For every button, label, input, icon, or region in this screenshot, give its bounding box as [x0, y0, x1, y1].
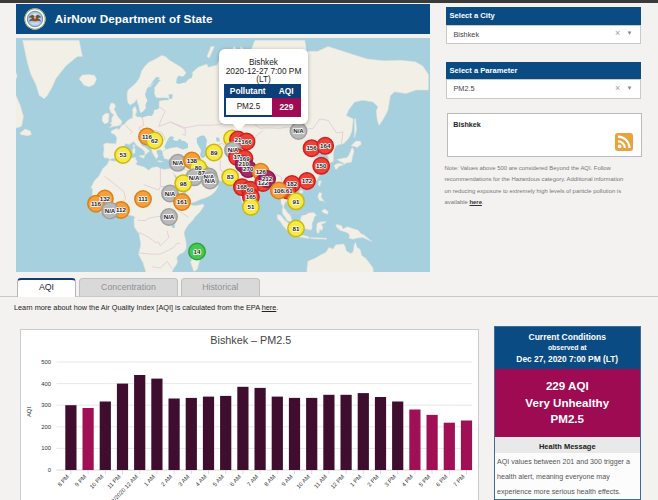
svg-text:270: 270 [243, 165, 254, 172]
svg-text:N/A: N/A [189, 174, 200, 181]
svg-text:111: 111 [138, 195, 148, 202]
svg-text:3 AM: 3 AM [177, 473, 191, 487]
svg-text:N/A: N/A [164, 213, 175, 220]
svg-text:4 AM: 4 AM [194, 473, 208, 487]
svg-text:116: 116 [91, 200, 102, 207]
svg-text:8 PM: 8 PM [56, 473, 70, 487]
svg-text:9 AM: 9 AM [280, 473, 294, 487]
svg-text:N/A: N/A [105, 207, 116, 214]
svg-text:N/A: N/A [293, 127, 304, 134]
svg-text:400: 400 [41, 380, 52, 386]
svg-text:2 PM: 2 PM [366, 473, 380, 487]
svg-text:164: 164 [320, 142, 331, 149]
svg-text:14: 14 [194, 248, 201, 255]
svg-text:166: 166 [241, 138, 252, 145]
svg-text:200: 200 [41, 423, 52, 429]
svg-text:6 AM: 6 AM [229, 473, 243, 487]
svg-text:7 PM: 7 PM [452, 473, 466, 487]
svg-text:81: 81 [293, 225, 300, 232]
svg-text:4 PM: 4 PM [400, 473, 414, 487]
svg-text:80: 80 [195, 164, 202, 171]
svg-text:300: 300 [41, 402, 52, 408]
svg-text:53: 53 [120, 151, 127, 158]
svg-text:6 PM: 6 PM [435, 473, 449, 487]
svg-text:98: 98 [180, 180, 187, 187]
svg-text:7 AM: 7 AM [246, 473, 260, 487]
svg-text:11 AM: 11 AM [313, 473, 328, 489]
svg-text:60: 60 [247, 186, 254, 193]
svg-text:N/A: N/A [205, 177, 216, 184]
svg-text:500: 500 [41, 359, 52, 365]
svg-text:5 AM: 5 AM [211, 473, 225, 487]
svg-text:106: 106 [274, 187, 285, 194]
svg-text:0: 0 [48, 467, 52, 473]
svg-text:9 PM: 9 PM [74, 473, 88, 487]
svg-text:150: 150 [316, 162, 327, 169]
svg-text:91: 91 [293, 198, 300, 205]
svg-text:112: 112 [116, 206, 127, 213]
svg-text:11 PM: 11 PM [106, 473, 122, 489]
svg-text:132: 132 [100, 195, 111, 202]
svg-text:N/A: N/A [172, 159, 183, 166]
svg-text:89: 89 [211, 149, 218, 156]
svg-text:10 PM: 10 PM [89, 473, 105, 489]
svg-text:5 PM: 5 PM [418, 473, 432, 487]
svg-text:83: 83 [227, 173, 234, 180]
svg-text:N/A: N/A [165, 190, 176, 197]
svg-text:AQI: AQI [26, 406, 32, 417]
svg-text:62: 62 [151, 137, 158, 144]
svg-text:161: 161 [177, 198, 188, 205]
svg-text:100: 100 [41, 445, 52, 451]
svg-text:51: 51 [247, 203, 254, 210]
svg-text:212: 212 [262, 175, 273, 182]
svg-text:8 AM: 8 AM [263, 473, 277, 487]
svg-text:156: 156 [306, 144, 317, 151]
svg-text:12 PM: 12 PM [329, 473, 345, 489]
svg-text:3 PM: 3 PM [383, 473, 397, 487]
svg-text:172: 172 [302, 177, 313, 184]
svg-text:126: 126 [256, 168, 267, 175]
svg-text:2 AM: 2 AM [160, 473, 174, 487]
svg-text:10 AM: 10 AM [295, 473, 311, 489]
svg-text:165: 165 [246, 193, 257, 200]
svg-text:1 AM: 1 AM [143, 473, 157, 487]
svg-text:138: 138 [187, 157, 198, 164]
svg-text:1 PM: 1 PM [349, 473, 363, 487]
